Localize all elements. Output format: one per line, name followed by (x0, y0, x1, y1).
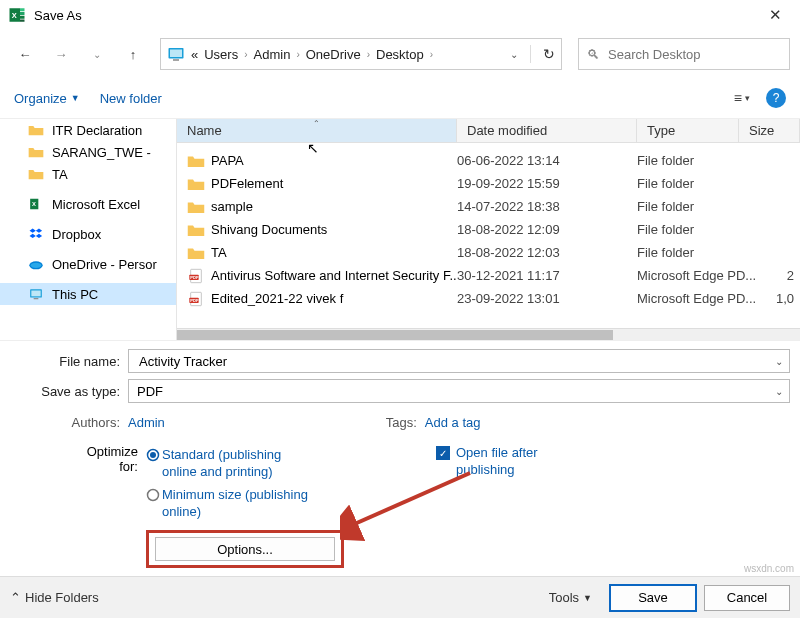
svg-text:PDF: PDF (190, 274, 199, 279)
svg-point-23 (150, 452, 156, 458)
file-name: PDFelement (211, 176, 283, 191)
view-menu[interactable]: ≡ ▾ (734, 90, 750, 106)
toolbar: Organize ▼ New folder ≡ ▾ ? (0, 78, 800, 118)
breadcrumb-item[interactable]: Desktop (376, 47, 424, 62)
save-type-field[interactable]: PDF ⌄ (128, 379, 790, 403)
authors-label: Authors: (10, 415, 128, 430)
folder-icon (187, 176, 205, 192)
new-folder-button[interactable]: New folder (100, 91, 162, 106)
file-type: Microsoft Edge PD... (637, 291, 761, 306)
file-list-header: ⌃Name Date modified Type Size (177, 119, 800, 143)
file-type: File folder (637, 176, 761, 191)
forward-button[interactable]: → (46, 39, 76, 69)
help-button[interactable]: ? (766, 88, 786, 108)
sidebar-item-label: OneDrive - Persor (52, 257, 157, 272)
file-date: 23-09-2022 13:01 (457, 291, 637, 306)
chevron-right-icon: › (296, 49, 299, 60)
checkbox-checked-icon: ✓ (436, 446, 450, 460)
svg-rect-5 (20, 20, 25, 22)
column-date[interactable]: Date modified (457, 119, 637, 142)
hide-folders-button[interactable]: ⌃Hide Folders (10, 590, 99, 605)
svg-rect-2 (20, 8, 25, 11)
breadcrumb-root[interactable]: « (191, 47, 198, 62)
file-row[interactable]: PAPA06-06-2022 13:14File folder (177, 149, 800, 172)
organize-menu[interactable]: Organize ▼ (14, 91, 80, 106)
file-row[interactable]: sample14-07-2022 18:38File folder (177, 195, 800, 218)
breadcrumb-item[interactable]: Admin (254, 47, 291, 62)
file-type: Microsoft Edge PD... (637, 268, 761, 283)
chevron-right-icon: › (430, 49, 433, 60)
back-button[interactable]: ← (10, 39, 40, 69)
svg-point-12 (31, 263, 42, 268)
column-name[interactable]: ⌃Name (177, 119, 457, 142)
svg-text:X: X (32, 201, 36, 207)
file-type: File folder (637, 199, 761, 214)
sidebar-item-folder[interactable]: ITR Declaration (0, 119, 176, 141)
sidebar-item-onedrive[interactable]: OneDrive - Persor (0, 253, 176, 275)
search-input[interactable] (606, 46, 781, 63)
address-bar[interactable]: « Users › Admin › OneDrive › Desktop › ⌄… (160, 38, 562, 70)
onedrive-icon (28, 257, 44, 271)
column-type[interactable]: Type (637, 119, 739, 142)
authors-value[interactable]: Admin (128, 415, 165, 430)
file-name-label: File name: (10, 354, 128, 369)
horizontal-scrollbar[interactable] (177, 328, 800, 340)
file-date: 30-12-2021 11:17 (457, 268, 637, 283)
file-type: File folder (637, 222, 761, 237)
radio-unselected-icon (146, 488, 162, 505)
file-row[interactable]: PDFelement19-09-2022 15:59File folder (177, 172, 800, 195)
refresh-button[interactable]: ↻ (543, 46, 555, 62)
sidebar-item-excel[interactable]: X Microsoft Excel (0, 193, 176, 215)
folder-icon (28, 145, 44, 159)
column-size[interactable]: Size (739, 119, 800, 142)
sidebar-item-dropbox[interactable]: Dropbox (0, 223, 176, 245)
file-row[interactable]: PDFEdited_2021-22 vivek f23-09-2022 13:0… (177, 287, 800, 310)
chevron-right-icon: › (367, 49, 370, 60)
file-row[interactable]: Shivang Documents18-08-2022 12:09File fo… (177, 218, 800, 241)
breadcrumb-item[interactable]: Users (204, 47, 238, 62)
chevron-down-icon: ▼ (71, 93, 80, 103)
cancel-button[interactable]: Cancel (704, 585, 790, 611)
svg-rect-8 (173, 59, 179, 61)
watermark: wsxdn.com (744, 563, 794, 574)
chevron-down-icon[interactable]: ⌄ (775, 356, 783, 367)
excel-app-icon: X (8, 6, 26, 24)
open-after-checkbox[interactable]: ✓ Open file after publishing (436, 444, 566, 478)
radio-selected-icon (146, 448, 162, 465)
save-type-value: PDF (137, 384, 163, 399)
search-box[interactable]: 🔍︎ (578, 38, 790, 70)
recent-dropdown[interactable]: ⌄ (82, 39, 112, 69)
breadcrumb-item[interactable]: OneDrive (306, 47, 361, 62)
tools-menu[interactable]: Tools▼ (549, 590, 592, 605)
file-row[interactable]: TA18-08-2022 12:03File folder (177, 241, 800, 264)
folder-icon (187, 245, 205, 261)
folder-icon (187, 222, 205, 238)
pc-icon (167, 45, 185, 63)
tags-value[interactable]: Add a tag (425, 415, 481, 430)
close-button[interactable]: ✕ (759, 2, 792, 28)
file-date: 06-06-2022 13:14 (457, 153, 637, 168)
sidebar-item-this-pc[interactable]: This PC (0, 283, 176, 305)
sidebar-item-folder[interactable]: TA (0, 163, 176, 185)
chevron-down-icon[interactable]: ⌄ (775, 386, 783, 397)
file-list: ⌃Name Date modified Type Size PAPA06-06-… (177, 119, 800, 340)
file-name: Antivirus Software and Internet Security… (211, 268, 457, 283)
up-button[interactable]: ↑ (118, 39, 148, 69)
address-dropdown[interactable]: ⌄ (510, 49, 518, 60)
file-name: Edited_2021-22 vivek f (211, 291, 343, 306)
save-button[interactable]: Save (610, 585, 696, 611)
file-name-input[interactable] (137, 353, 781, 370)
optimize-standard-label: Standard (publishing online and printing… (162, 446, 312, 480)
sidebar-item-folder[interactable]: SARANG_TWE - (0, 141, 176, 163)
excel-icon: X (28, 197, 44, 211)
title-bar: X Save As ✕ (0, 0, 800, 30)
optimize-minimum-radio[interactable]: Minimum size (publishing online) (146, 486, 312, 520)
file-date: 14-07-2022 18:38 (457, 199, 637, 214)
optimize-minimum-label: Minimum size (publishing online) (162, 486, 312, 520)
file-name-field[interactable]: ⌄ (128, 349, 790, 373)
options-button[interactable]: Options... (155, 537, 335, 561)
scroll-thumb[interactable] (177, 330, 613, 340)
file-row[interactable]: PDFAntivirus Software and Internet Secur… (177, 264, 800, 287)
file-type: File folder (637, 245, 761, 260)
optimize-standard-radio[interactable]: Standard (publishing online and printing… (146, 446, 312, 480)
